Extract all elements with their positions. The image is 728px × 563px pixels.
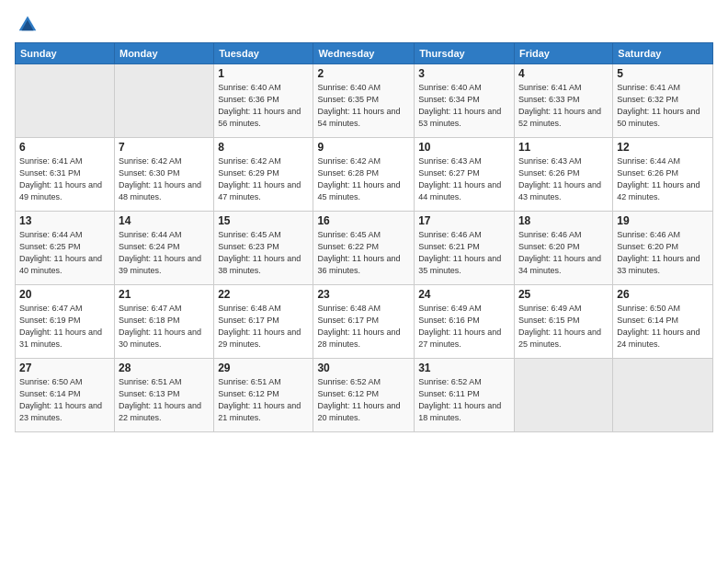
calendar-cell: 29Sunrise: 6:51 AM Sunset: 6:12 PM Dayli…: [214, 359, 313, 432]
day-info: Sunrise: 6:52 AM Sunset: 6:12 PM Dayligh…: [317, 376, 410, 424]
calendar-cell: 3Sunrise: 6:40 AM Sunset: 6:34 PM Daylig…: [415, 64, 515, 138]
day-number: 18: [518, 214, 609, 227]
day-number: 19: [617, 214, 709, 227]
day-info: Sunrise: 6:41 AM Sunset: 6:31 PM Dayligh…: [19, 155, 110, 203]
day-info: Sunrise: 6:40 AM Sunset: 6:36 PM Dayligh…: [218, 82, 309, 130]
day-number: 24: [418, 288, 510, 301]
calendar-cell: 7Sunrise: 6:42 AM Sunset: 6:30 PM Daylig…: [114, 138, 213, 212]
day-number: 21: [119, 288, 210, 301]
page-header: [15, 15, 713, 33]
day-number: 10: [418, 141, 510, 154]
day-info: Sunrise: 6:51 AM Sunset: 6:12 PM Dayligh…: [218, 376, 309, 424]
day-number: 15: [218, 214, 309, 227]
day-number: 4: [518, 67, 609, 80]
day-info: Sunrise: 6:45 AM Sunset: 6:23 PM Dayligh…: [218, 229, 309, 277]
day-number: 17: [418, 214, 510, 227]
calendar-cell: 28Sunrise: 6:51 AM Sunset: 6:13 PM Dayli…: [114, 359, 213, 432]
day-info: Sunrise: 6:44 AM Sunset: 6:25 PM Dayligh…: [19, 229, 110, 277]
day-info: Sunrise: 6:46 AM Sunset: 6:21 PM Dayligh…: [418, 229, 510, 277]
calendar-cell: [514, 359, 612, 432]
calendar-week-row: 1Sunrise: 6:40 AM Sunset: 6:36 PM Daylig…: [16, 64, 713, 138]
calendar-cell: 31Sunrise: 6:52 AM Sunset: 6:11 PM Dayli…: [415, 359, 515, 432]
day-info: Sunrise: 6:46 AM Sunset: 6:20 PM Dayligh…: [617, 229, 709, 277]
calendar-cell: 9Sunrise: 6:42 AM Sunset: 6:28 PM Daylig…: [313, 138, 415, 212]
day-info: Sunrise: 6:49 AM Sunset: 6:16 PM Dayligh…: [418, 303, 510, 350]
weekday-header: Monday: [114, 43, 213, 64]
calendar-cell: 26Sunrise: 6:50 AM Sunset: 6:14 PM Dayli…: [613, 285, 713, 359]
day-number: 16: [317, 214, 410, 227]
calendar-cell: 19Sunrise: 6:46 AM Sunset: 6:20 PM Dayli…: [613, 212, 713, 285]
day-number: 26: [617, 288, 709, 301]
calendar-cell: 21Sunrise: 6:47 AM Sunset: 6:18 PM Dayli…: [114, 285, 213, 359]
calendar-cell: 5Sunrise: 6:41 AM Sunset: 6:32 PM Daylig…: [613, 64, 713, 138]
day-number: 1: [218, 67, 309, 80]
day-number: 7: [119, 141, 210, 154]
weekday-header: Tuesday: [214, 43, 313, 64]
day-info: Sunrise: 6:42 AM Sunset: 6:29 PM Dayligh…: [218, 155, 309, 203]
day-number: 6: [19, 141, 110, 154]
day-number: 20: [19, 288, 110, 301]
day-info: Sunrise: 6:51 AM Sunset: 6:13 PM Dayligh…: [119, 376, 210, 424]
calendar-cell: 17Sunrise: 6:46 AM Sunset: 6:21 PM Dayli…: [415, 212, 515, 285]
day-info: Sunrise: 6:41 AM Sunset: 6:33 PM Dayligh…: [518, 82, 609, 130]
day-info: Sunrise: 6:43 AM Sunset: 6:26 PM Dayligh…: [518, 155, 609, 203]
calendar-cell: 22Sunrise: 6:48 AM Sunset: 6:17 PM Dayli…: [214, 285, 313, 359]
day-info: Sunrise: 6:50 AM Sunset: 6:14 PM Dayligh…: [617, 303, 709, 350]
day-info: Sunrise: 6:41 AM Sunset: 6:32 PM Dayligh…: [617, 82, 709, 130]
weekday-header: Friday: [514, 43, 612, 64]
calendar-cell: 23Sunrise: 6:48 AM Sunset: 6:17 PM Dayli…: [313, 285, 415, 359]
calendar-cell: 2Sunrise: 6:40 AM Sunset: 6:35 PM Daylig…: [313, 64, 415, 138]
logo-icon: [15, 15, 40, 33]
day-info: Sunrise: 6:47 AM Sunset: 6:19 PM Dayligh…: [19, 303, 110, 350]
day-info: Sunrise: 6:44 AM Sunset: 6:26 PM Dayligh…: [617, 155, 709, 203]
calendar-week-row: 6Sunrise: 6:41 AM Sunset: 6:31 PM Daylig…: [16, 138, 713, 212]
day-info: Sunrise: 6:40 AM Sunset: 6:34 PM Dayligh…: [418, 82, 510, 130]
day-number: 11: [518, 141, 609, 154]
calendar-cell: 11Sunrise: 6:43 AM Sunset: 6:26 PM Dayli…: [514, 138, 612, 212]
day-number: 3: [418, 67, 510, 80]
day-info: Sunrise: 6:49 AM Sunset: 6:15 PM Dayligh…: [518, 303, 609, 350]
calendar-cell: 13Sunrise: 6:44 AM Sunset: 6:25 PM Dayli…: [16, 212, 115, 285]
day-number: 30: [317, 362, 410, 374]
day-number: 14: [119, 214, 210, 227]
day-info: Sunrise: 6:50 AM Sunset: 6:14 PM Dayligh…: [19, 376, 110, 424]
calendar-week-row: 20Sunrise: 6:47 AM Sunset: 6:19 PM Dayli…: [16, 285, 713, 359]
weekday-header: Wednesday: [313, 43, 415, 64]
weekday-header: Thursday: [415, 43, 515, 64]
day-info: Sunrise: 6:42 AM Sunset: 6:30 PM Dayligh…: [119, 155, 210, 203]
calendar-cell: [613, 359, 713, 432]
weekday-header: Sunday: [16, 43, 115, 64]
day-info: Sunrise: 6:46 AM Sunset: 6:20 PM Dayligh…: [518, 229, 609, 277]
calendar-cell: [114, 64, 213, 138]
day-number: 13: [19, 214, 110, 227]
calendar-cell: 16Sunrise: 6:45 AM Sunset: 6:22 PM Dayli…: [313, 212, 415, 285]
day-info: Sunrise: 6:48 AM Sunset: 6:17 PM Dayligh…: [317, 303, 410, 350]
day-number: 23: [317, 288, 410, 301]
day-number: 2: [317, 67, 410, 80]
day-info: Sunrise: 6:40 AM Sunset: 6:35 PM Dayligh…: [317, 82, 410, 130]
day-info: Sunrise: 6:48 AM Sunset: 6:17 PM Dayligh…: [218, 303, 309, 350]
day-info: Sunrise: 6:52 AM Sunset: 6:11 PM Dayligh…: [418, 376, 510, 424]
calendar-week-row: 27Sunrise: 6:50 AM Sunset: 6:14 PM Dayli…: [16, 359, 713, 432]
day-info: Sunrise: 6:47 AM Sunset: 6:18 PM Dayligh…: [119, 303, 210, 350]
day-number: 8: [218, 141, 309, 154]
day-info: Sunrise: 6:45 AM Sunset: 6:22 PM Dayligh…: [317, 229, 410, 277]
calendar-cell: 10Sunrise: 6:43 AM Sunset: 6:27 PM Dayli…: [415, 138, 515, 212]
day-number: 27: [19, 362, 110, 374]
day-number: 29: [218, 362, 309, 374]
calendar-cell: 24Sunrise: 6:49 AM Sunset: 6:16 PM Dayli…: [415, 285, 515, 359]
calendar-cell: 15Sunrise: 6:45 AM Sunset: 6:23 PM Dayli…: [214, 212, 313, 285]
calendar-cell: 14Sunrise: 6:44 AM Sunset: 6:24 PM Dayli…: [114, 212, 213, 285]
calendar-week-row: 13Sunrise: 6:44 AM Sunset: 6:25 PM Dayli…: [16, 212, 713, 285]
calendar-cell: 8Sunrise: 6:42 AM Sunset: 6:29 PM Daylig…: [214, 138, 313, 212]
calendar-cell: 18Sunrise: 6:46 AM Sunset: 6:20 PM Dayli…: [514, 212, 612, 285]
weekday-header: Saturday: [613, 43, 713, 64]
day-info: Sunrise: 6:42 AM Sunset: 6:28 PM Dayligh…: [317, 155, 410, 203]
calendar-cell: 4Sunrise: 6:41 AM Sunset: 6:33 PM Daylig…: [514, 64, 612, 138]
day-info: Sunrise: 6:43 AM Sunset: 6:27 PM Dayligh…: [418, 155, 510, 203]
day-number: 12: [617, 141, 709, 154]
calendar-header: SundayMondayTuesdayWednesdayThursdayFrid…: [16, 43, 713, 64]
calendar-cell: [16, 64, 115, 138]
calendar-cell: 27Sunrise: 6:50 AM Sunset: 6:14 PM Dayli…: [16, 359, 115, 432]
day-number: 28: [119, 362, 210, 374]
